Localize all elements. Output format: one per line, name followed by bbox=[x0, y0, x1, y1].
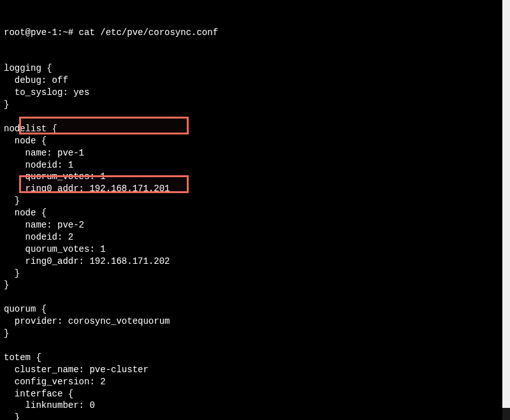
output-line: } bbox=[4, 279, 506, 291]
output-line: logging { bbox=[4, 62, 506, 75]
output-line: quorum { bbox=[4, 303, 506, 315]
output-line bbox=[4, 340, 506, 352]
scrollbar-thumb[interactable] bbox=[502, 0, 510, 408]
command-output: logging { debug: off to_syslog: yes}node… bbox=[4, 62, 506, 420]
output-line: } bbox=[4, 412, 506, 420]
output-line: debug: off bbox=[4, 75, 506, 87]
output-line: ring0_addr: 192.168.171.202 bbox=[4, 256, 506, 268]
output-line: to_syslog: yes bbox=[4, 87, 506, 99]
output-line: } bbox=[4, 268, 506, 280]
output-line: interface { bbox=[4, 388, 506, 400]
output-line: quorum_votes: 1 bbox=[4, 171, 506, 183]
output-line: cluster_name: pve-cluster bbox=[4, 364, 506, 376]
output-line: } bbox=[4, 99, 506, 111]
output-line: quorum_votes: 1 bbox=[4, 243, 506, 256]
output-line: node { bbox=[4, 207, 506, 219]
output-line: nodeid: 2 bbox=[4, 231, 506, 243]
scrollbar[interactable] bbox=[502, 0, 510, 420]
output-line: nodeid: 1 bbox=[4, 159, 506, 171]
output-line: } bbox=[4, 328, 506, 340]
output-line: nodelist { bbox=[4, 123, 506, 135]
output-line: node { bbox=[4, 135, 506, 147]
output-line: } bbox=[4, 195, 506, 207]
output-line: totem { bbox=[4, 352, 506, 364]
output-line: name: pve-2 bbox=[4, 219, 506, 231]
terminal-window[interactable]: root@pve-1:~# cat /etc/pve/corosync.conf… bbox=[0, 0, 510, 420]
output-line: name: pve-1 bbox=[4, 147, 506, 159]
output-line: ring0_addr: 192.168.171.201 bbox=[4, 183, 506, 195]
output-line bbox=[4, 111, 506, 123]
output-line: provider: corosync_votequorum bbox=[4, 315, 506, 328]
output-line: linknumber: 0 bbox=[4, 400, 506, 412]
command-line: root@pve-1:~# cat /etc/pve/corosync.conf bbox=[4, 27, 506, 39]
output-line: config_version: 2 bbox=[4, 376, 506, 388]
output-line bbox=[4, 291, 506, 303]
